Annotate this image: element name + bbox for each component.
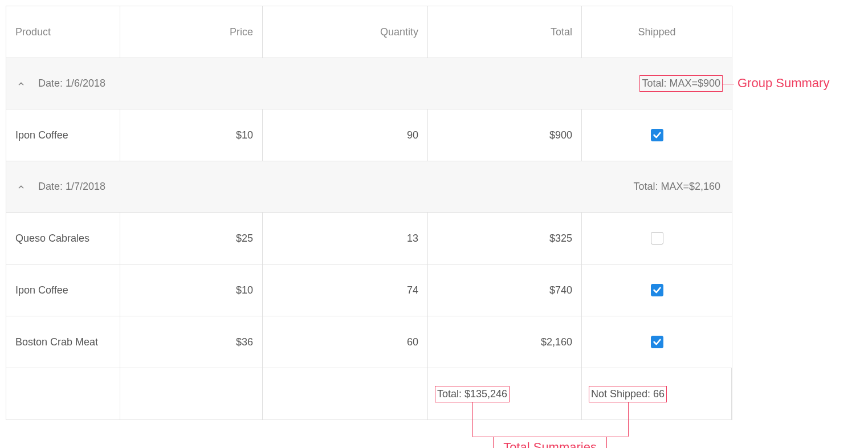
group-summary: Total: MAX=$2,160: [633, 181, 720, 193]
shipped-checkbox[interactable]: [651, 336, 663, 348]
cell-text: 74: [407, 284, 418, 296]
cell-text: Queso Cabrales: [15, 233, 89, 245]
shipped-checkbox[interactable]: [651, 284, 663, 296]
table-row: Ipon Coffee $10 90 $900: [6, 109, 732, 161]
chevron-up-icon: [15, 80, 27, 88]
cell-shipped: [582, 264, 732, 316]
column-header-price[interactable]: Price: [120, 6, 263, 58]
cell-text: $10: [236, 129, 253, 141]
shipped-checkbox[interactable]: [651, 129, 663, 141]
cell-text: $2,160: [541, 336, 572, 348]
data-grid: Product Price Quantity Total Shipped Dat…: [6, 6, 732, 420]
cell-price: $25: [120, 213, 263, 264]
table-row: Queso Cabrales $25 13 $325: [6, 213, 732, 264]
cell-quantity: 13: [263, 213, 428, 264]
cell-text: $25: [236, 233, 253, 245]
cell-product: Queso Cabrales: [6, 213, 120, 264]
annotation-box: [639, 75, 723, 92]
cell-total: $900: [428, 109, 582, 161]
footer-cell: [120, 368, 263, 420]
cell-quantity: 74: [263, 264, 428, 316]
cell-price: $36: [120, 316, 263, 368]
cell-product: Ipon Coffee: [6, 264, 120, 316]
footer-cell: [263, 368, 428, 420]
cell-total: $325: [428, 213, 582, 264]
cell-text: Boston Crab Meat: [15, 336, 98, 348]
column-header-total[interactable]: Total: [428, 6, 582, 58]
group-label: Date: 1/7/2018: [38, 181, 633, 193]
annotation-label: Total Summaries: [493, 440, 607, 449]
shipped-checkbox[interactable]: [651, 232, 663, 245]
column-header-label: Total: [551, 26, 572, 38]
cell-text: 13: [407, 233, 418, 245]
cell-text: 60: [407, 336, 418, 348]
cell-text: $740: [549, 284, 572, 296]
cell-total: $2,160: [428, 316, 582, 368]
column-header-label: Quantity: [380, 26, 418, 38]
group-label: Date: 1/6/2018: [38, 78, 642, 89]
column-header-label: Shipped: [638, 26, 675, 38]
chevron-up-icon: [15, 183, 27, 191]
cell-text: Ipon Coffee: [15, 129, 68, 141]
column-header-shipped[interactable]: Shipped: [582, 6, 732, 58]
cell-text: $325: [549, 233, 572, 245]
column-header-quantity[interactable]: Quantity: [263, 6, 428, 58]
annotation-box: [589, 386, 667, 402]
grid-header: Product Price Quantity Total Shipped: [6, 6, 732, 58]
cell-price: $10: [120, 264, 263, 316]
cell-shipped: [582, 316, 732, 368]
column-header-label: Price: [230, 26, 253, 38]
cell-text: $36: [236, 336, 253, 348]
cell-shipped: [582, 213, 732, 264]
cell-text: 90: [407, 129, 418, 141]
cell-product: Ipon Coffee: [6, 109, 120, 161]
footer-cell: [6, 368, 120, 420]
cell-quantity: 60: [263, 316, 428, 368]
annotation-line: [472, 402, 474, 437]
table-row: Boston Crab Meat $36 60 $2,160: [6, 316, 732, 368]
cell-quantity: 90: [263, 109, 428, 161]
column-header-label: Product: [15, 26, 51, 38]
annotation-label: Group Summary: [737, 76, 829, 91]
annotation-box: [435, 386, 510, 402]
table-row: Ipon Coffee $10 74 $740: [6, 264, 732, 316]
cell-product: Boston Crab Meat: [6, 316, 120, 368]
annotation-line: [628, 402, 629, 437]
column-header-product[interactable]: Product: [6, 6, 120, 58]
cell-text: $10: [236, 284, 253, 296]
cell-price: $10: [120, 109, 263, 161]
cell-shipped: [582, 109, 732, 161]
cell-text: Ipon Coffee: [15, 284, 68, 296]
annotation-line: [723, 84, 734, 85]
cell-text: $900: [549, 129, 572, 141]
group-row[interactable]: Date: 1/7/2018 Total: MAX=$2,160: [6, 161, 732, 213]
cell-total: $740: [428, 264, 582, 316]
group-row[interactable]: Date: 1/6/2018 Total: MAX=$900: [6, 58, 732, 109]
